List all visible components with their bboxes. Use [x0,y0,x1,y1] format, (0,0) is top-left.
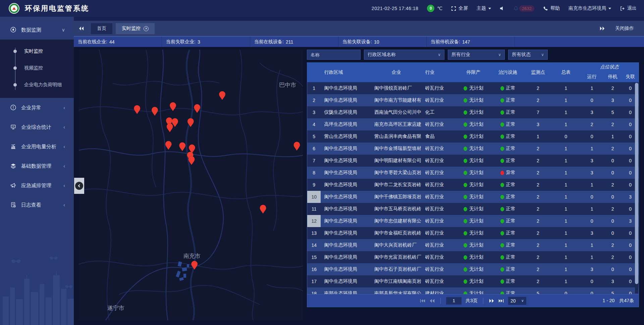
table-row[interactable]: 5 营山生态环境局 营山县润丰肉食品有限 食品 无计划 正常 1 0 0 1 0 [307,130,639,143]
table-row[interactable]: 16 阆中生态环境局 阆中市石子页岩机砖厂 砖瓦行业 无计划 正常 2 1 3 … [307,263,639,275]
status-dot [500,195,504,199]
cell-company: 阆中市石子页岩机砖厂 [371,263,422,275]
page-size-select[interactable]: 20∨ [508,297,526,305]
table-row[interactable]: 8 阆中生态环境局 阆中市枣碧大梁山页岩 砖瓦行业 无计划 异常 2 1 3 0… [307,167,639,179]
cell-company: 阆中大兴页岩机砖厂 [371,239,422,251]
tab-home[interactable]: 首页 [91,23,112,34]
cell-points: 2 [525,143,552,155]
table-row[interactable]: 14 阆中生态环境局 阆中大兴页岩机砖厂 砖瓦行业 无计划 正常 2 1 1 2… [307,239,639,251]
cell-region: 仪陇生态环境局 [321,106,371,118]
cell-running: 1 [580,82,603,94]
cell-limit-status: 无计划 [455,94,491,106]
table-row[interactable]: 18 南部生态环境局 南部县新华水泥有限公 建材行业 无计划 正常 5 0 0 … [307,287,639,294]
cell-region: 阆中生态环境局 [321,239,371,251]
table-row[interactable]: 9 阆中生态环境局 阆中市二龙长宝页岩砖 砖瓦行业 无计划 正常 2 1 1 2… [307,179,639,191]
table-row[interactable]: 10 阆中生态环境局 阆中千佛镇五郎垭页岩 砖瓦行业 无计划 正常 2 1 0 … [307,191,639,203]
tab-close-icon[interactable] [144,26,149,31]
status-select[interactable]: 所有状态∨ [508,50,548,60]
cell-facility-status: 正常 [491,118,525,130]
status-metric: 当前失联企业: 3 [162,37,250,47]
table-row[interactable]: 2 阆中生态环境局 阆中市南方节能建材有 砖瓦行业 无计划 正常 2 1 0 3… [307,94,639,106]
tabs-scroll-left-button[interactable] [78,26,84,31]
first-page-button[interactable] [420,299,425,303]
sidebar-item-0[interactable]: 数据监测∨ [0,20,74,40]
close-operations-button[interactable]: 关闭操作 [615,25,634,32]
analysis-icon [10,143,17,150]
row-index: 10 [307,191,321,203]
sidebar-item-label: 企业综合统计 [21,124,51,130]
sidebar: 数据监测∨实时监控视频监控企业电力负荷明细企业异常‹企业综合统计‹企业用电量分析… [0,17,74,325]
table-row[interactable]: 3 仪陇生态环境局 西南油气田分公司川中 化工 无计划 正常 7 1 3 5 0 [307,106,639,118]
cell-industry: 砖瓦行业 [422,215,455,227]
fullscreen-button[interactable]: 全屏 [451,5,468,11]
page-number-input[interactable] [446,297,462,305]
cell-limit-status: 无计划 [455,130,491,143]
previous-page-button[interactable] [429,299,435,303]
sidebar-item-1[interactable]: 企业异常‹ [0,98,74,117]
tab-realtime-monitoring[interactable]: 实时监控 [116,23,155,34]
table-row[interactable]: 11 阆中生态环境局 阆中市五马桥页岩机砖 砖瓦行业 无计划 正常 2 1 1 … [307,203,639,215]
cell-facility-status: 异常 [491,167,525,179]
status-dot [500,207,504,211]
sidebar-item-2[interactable]: 企业综合统计‹ [0,117,74,137]
cell-industry: 砖瓦行业 [422,167,455,179]
table-row[interactable]: 13 阆中生态环境局 阆中市金福旺页岩机砖 砖瓦行业 无计划 正常 2 1 3 … [307,227,639,239]
row-index: 16 [307,263,321,275]
table-row[interactable]: 6 阆中生态环境局 阆中市金博瑞新型墙材 砖瓦行业 无计划 正常 2 1 1 2… [307,143,639,155]
table-row[interactable]: 15 阆中生态环境局 阆中市光富页岩机砖厂 砖瓦行业 无计划 正常 2 1 1 … [307,251,639,263]
status-dot [464,171,467,175]
cell-company: 阆中市金博瑞新型墙材 [371,143,422,155]
status-dot [464,243,467,248]
mute-button[interactable] [500,6,504,11]
cell-industry: 砖瓦行业 [422,118,455,130]
status-metric: 当前在线企业: 44 [74,37,162,47]
table-body-scroll-area[interactable]: 1 阆中生态环境局 阆中强锐页岩砖厂 砖瓦行业 无计划 正常 2 1 1 2 0… [307,82,639,294]
scrollbar-thumb[interactable] [635,83,638,284]
cell-stopped: 0 [603,155,622,167]
cell-stopped: 0 [603,263,622,275]
organization-dropdown[interactable]: 南充市生态环境局 [569,5,611,11]
layers-icon [10,163,17,169]
help-button[interactable]: 帮助 [543,5,560,11]
logout-button[interactable]: 退出 [620,5,637,11]
theme-dropdown[interactable]: 主题 [477,5,491,11]
cell-stopped: 3 [603,94,622,106]
table-row[interactable]: 4 高坪生态环境局 南充市高坪区王家店建 砖瓦行业 无计划 正常 3 1 2 2… [307,118,639,130]
cell-company: 阆中市江南镇阆南页岩 [371,275,422,287]
cell-industry: 砖瓦行业 [422,191,455,203]
tabs-scroll-right-button[interactable] [599,26,605,31]
col-header-facility: 治污设施 [491,63,525,82]
sidebar-subitem-2[interactable]: 企业电力负荷明细 [0,76,74,93]
region-select[interactable]: 行政区域名称∨ [364,50,444,60]
last-page-button[interactable] [498,299,504,303]
sidebar-subitem-1[interactable]: 视频监控 [0,60,74,76]
sidebar-item-6[interactable]: 日志查看‹ [0,195,74,215]
table-row[interactable]: 12 阆中生态环境局 阆中市忠信建材有限公 砖瓦行业 无计划 正常 2 1 0 … [307,215,639,227]
map-collapse-button[interactable] [74,178,84,194]
chevron-down-icon: ∨ [438,52,441,57]
app-root: 环保用电监管系统 2021-02-25 17:46:18 0 ℃ 全屏 主题 [0,0,644,325]
status-dot [464,122,467,127]
table-row[interactable]: 1 阆中生态环境局 阆中强锐页岩砖厂 砖瓦行业 无计划 正常 2 1 1 2 0 [307,82,639,94]
next-page-button[interactable] [489,299,494,303]
row-index: 15 [307,251,321,263]
sidebar-item-3[interactable]: 企业用电量分析‹ [0,137,74,156]
cell-region: 阆中生态环境局 [321,263,371,275]
cell-company: 阆中千佛镇五郎垭页岩 [371,191,422,203]
sidebar-item-5[interactable]: 应急减排管理‹ [0,176,74,195]
industry-select[interactable]: 所有行业∨ [448,50,505,60]
name-search-input[interactable] [307,50,361,60]
sidebar-subitem-0[interactable]: 实时监控 [0,43,74,60]
table-row[interactable]: 17 阆中生态环境局 阆中市江南镇阆南页岩 砖瓦行业 无计划 正常 2 1 0 … [307,275,639,287]
notifications-button[interactable]: 2632 [513,5,534,12]
table-row[interactable]: 7 阆中生态环境局 阆中明阳建材有限公司 砖瓦行业 无计划 正常 2 1 3 0… [307,155,639,167]
timeline-dot [13,66,17,70]
cell-industry: 砖瓦行业 [422,155,455,167]
status-dot [500,110,504,115]
phone-icon [543,6,548,11]
table-scrollbar[interactable] [635,83,638,293]
cell-facility-status: 正常 [491,143,525,155]
map[interactable]: 巴中市南充市遂宁市 [79,50,303,320]
row-index: 8 [307,167,321,179]
sidebar-item-4[interactable]: 基础数据管理‹ [0,156,74,176]
